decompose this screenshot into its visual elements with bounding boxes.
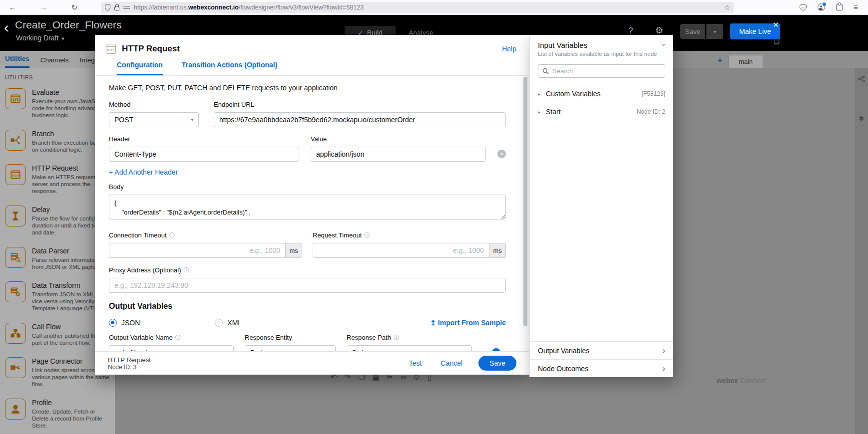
help-icon[interactable]: ? <box>628 26 633 36</box>
input-variables-panel: Input Variables ⌄ List of variables avai… <box>529 35 673 377</box>
import-from-sample-link[interactable]: ↥ Import From Sample <box>430 319 506 327</box>
endpoint-url-input[interactable] <box>214 112 506 127</box>
group-label: Custom Variables <box>546 90 600 98</box>
gear-icon[interactable]: ⚙ <box>655 25 663 36</box>
method-select[interactable]: POST▾ <box>109 112 199 127</box>
proxy-address-input[interactable] <box>109 278 506 293</box>
info-icon[interactable]: ⓘ <box>394 334 399 341</box>
info-icon[interactable]: ⓘ <box>175 334 181 341</box>
request-timeout-input[interactable] <box>313 243 489 258</box>
lock-icon[interactable] <box>114 6 119 10</box>
header-label: Header <box>109 135 299 143</box>
response-path-label: Response Path <box>347 334 391 341</box>
group-meta: [F58123] <box>642 90 665 97</box>
header-save-button[interactable]: Save <box>680 24 705 39</box>
output-variables-heading: Output Variables <box>109 302 506 311</box>
browser-toolbar: ← → ↻ https://labtenant.us.webexconnect.… <box>0 0 868 15</box>
request-timeout-unit: ms <box>489 243 506 258</box>
radio-json[interactable]: JSON <box>109 319 140 327</box>
connection-timeout-label: Connection Timeout <box>109 231 167 239</box>
account-icon[interactable] <box>818 3 825 11</box>
footer-node-name: HTTP Request <box>108 356 151 364</box>
connection-timeout-input[interactable] <box>109 243 286 258</box>
search-icon <box>542 68 549 74</box>
cancel-button[interactable]: Cancel <box>440 359 462 367</box>
app-window: ← → ↻ https://labtenant.us.webexconnect.… <box>0 0 868 434</box>
header-name-input[interactable] <box>109 147 299 162</box>
dialog-scrollbar[interactable] <box>523 77 528 351</box>
method-label: Method <box>109 101 199 108</box>
info-icon[interactable]: ⓘ <box>169 231 175 239</box>
tracking-shield-icon[interactable] <box>105 4 110 10</box>
node-outcomes-row[interactable]: Node Outcomes › <box>530 359 673 377</box>
dialog-description: Make GET, POST, PUT, PATCH and DELETE re… <box>109 84 506 92</box>
permissions-icon[interactable] <box>123 5 130 10</box>
request-timeout-label: Request Timeout <box>313 231 362 239</box>
chevron-right-icon: › <box>662 346 665 356</box>
output-variable-name-label: Output Variable Name <box>109 334 173 341</box>
url-text: https://labtenant.us.webexconnect.io/flo… <box>134 4 364 11</box>
variables-search[interactable] <box>538 64 665 78</box>
remove-header-icon[interactable]: ✕ <box>497 150 506 158</box>
row-label: Node Outcomes <box>538 365 588 373</box>
browser-forward-icon[interactable]: → <box>37 3 50 11</box>
request-body-textarea[interactable]: { "orderDetails" : "$(n2.aiAgent.orderDe… <box>109 195 506 219</box>
collapse-chevron-icon[interactable]: ⌄ <box>661 40 666 47</box>
radio-xml[interactable]: XML <box>215 319 242 327</box>
connection-timeout-unit: ms <box>286 243 302 258</box>
browser-back-icon[interactable]: ← <box>6 3 19 11</box>
save-button[interactable]: Save <box>478 356 516 371</box>
body-label: Body <box>109 183 506 191</box>
chevron-down-icon: ▾ <box>191 117 193 122</box>
browser-reload-icon[interactable]: ↻ <box>68 3 81 12</box>
status-caret-icon: ▾ <box>61 35 64 41</box>
panel-title: Input Variables <box>538 41 665 49</box>
variable-group-start[interactable]: ▸ Start Node ID: 2 <box>530 103 673 121</box>
save-options-caret[interactable]: ▾ <box>706 24 723 39</box>
http-request-dialog: HTTP HTTP Request Help Configuration Tra… <box>95 35 529 375</box>
menu-icon[interactable]: ≡ <box>854 3 858 12</box>
pocket-icon[interactable]: ⌄ <box>800 4 807 10</box>
add-header-link[interactable]: + Add Another Header <box>109 168 178 176</box>
group-label: Start <box>546 108 561 116</box>
info-icon[interactable]: ⓘ <box>184 266 189 274</box>
header-value-input[interactable] <box>311 147 486 162</box>
response-entity-label: Response Entity <box>245 334 336 341</box>
radio-xml-dot <box>215 319 223 327</box>
flow-title: Create_Order_Flowers <box>15 19 122 31</box>
footer-node-id: Node ID: 3 <box>108 364 151 371</box>
flow-status-dropdown[interactable]: Working Draft▾ <box>16 34 64 42</box>
notes-icon[interactable]: ❏ <box>774 38 780 45</box>
search-input[interactable] <box>552 67 661 75</box>
proxy-address-label: Proxy Address (Optional) <box>109 266 181 274</box>
bookmark-star-icon[interactable]: ☆ <box>724 3 730 11</box>
scrollbar-thumb[interactable] <box>523 77 527 326</box>
back-chevron-icon[interactable]: ‹ <box>4 20 9 35</box>
tab-transition-actions[interactable]: Transition Actions (Optional) <box>182 61 278 75</box>
group-meta: Node ID: 2 <box>637 108 665 115</box>
expand-arrow-icon[interactable]: ▸ <box>538 109 540 115</box>
radio-json-dot <box>109 319 117 327</box>
dialog-title: HTTP Request <box>122 44 180 54</box>
info-icon[interactable]: ⓘ <box>364 231 370 239</box>
expand-arrow-icon[interactable]: ▸ <box>538 91 540 97</box>
import-icon: ↥ <box>430 319 436 327</box>
test-button[interactable]: Test <box>409 359 422 367</box>
dialog-footer: HTTP Request Node ID: 3 Test Cancel Save <box>95 351 529 375</box>
chevron-right-icon: › <box>662 364 665 374</box>
help-link[interactable]: Help <box>502 45 516 53</box>
variable-group-custom-variables[interactable]: ▸ Custom Variables [F58123] <box>530 85 673 103</box>
panel-subtitle: List of variables available as input for… <box>538 51 665 57</box>
row-label: Output Variables <box>538 347 589 355</box>
address-bar[interactable]: https://labtenant.us.webexconnect.io/flo… <box>101 2 734 13</box>
notification-dot <box>823 2 826 6</box>
dialog-body: Make GET, POST, PUT, PATCH and DELETE re… <box>95 76 529 353</box>
endpoint-url-label: Endpoint URL <box>214 101 506 108</box>
close-icon[interactable]: ✕ <box>773 20 779 29</box>
output-variables-row[interactable]: Output Variables › <box>530 341 673 359</box>
tab-configuration[interactable]: Configuration <box>117 61 163 75</box>
extensions-icon[interactable] <box>836 4 843 10</box>
http-node-icon: HTTP <box>106 44 116 54</box>
value-label: Value <box>311 135 486 143</box>
